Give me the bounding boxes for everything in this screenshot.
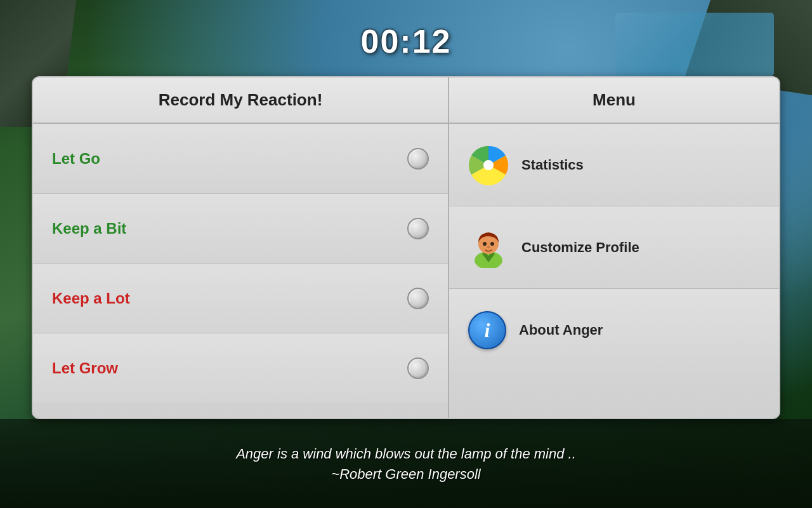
- reaction-let-grow[interactable]: Let Grow: [33, 333, 448, 403]
- info-icon: i: [468, 311, 506, 349]
- reaction-keep-a-lot[interactable]: Keep a Lot: [33, 264, 448, 333]
- menu-statistics[interactable]: Statistics: [449, 124, 779, 206]
- keep-a-lot-label: Keep a Lot: [52, 290, 130, 307]
- statistics-label: Statistics: [521, 157, 584, 173]
- right-panel-header: Menu: [449, 77, 779, 124]
- let-grow-label: Let Grow: [52, 359, 118, 377]
- svg-point-4: [483, 242, 487, 246]
- left-panel: Record My Reaction! Let Go Keep a Bit Ke…: [33, 77, 449, 418]
- customize-profile-label: Customize Profile: [521, 239, 639, 256]
- record-reaction-title: Record My Reaction!: [159, 90, 323, 109]
- let-go-radio[interactable]: [407, 148, 429, 170]
- left-panel-header: Record My Reaction!: [33, 77, 448, 124]
- water-area: [615, 13, 774, 76]
- pie-chart-icon: [468, 145, 509, 185]
- timer-display: 00:12: [361, 22, 452, 60]
- keep-a-bit-radio[interactable]: [407, 218, 429, 239]
- main-panel: Record My Reaction! Let Go Keep a Bit Ke…: [32, 76, 780, 419]
- reaction-keep-a-bit[interactable]: Keep a Bit: [33, 194, 448, 264]
- let-grow-radio[interactable]: [407, 358, 429, 379]
- keep-a-lot-radio[interactable]: [407, 288, 429, 309]
- svg-point-5: [490, 242, 494, 246]
- menu-title: Menu: [593, 90, 636, 109]
- svg-point-1: [483, 160, 494, 170]
- menu-customize-profile[interactable]: Customize Profile: [449, 206, 779, 289]
- about-anger-label: About Anger: [519, 322, 603, 338]
- quote-author: ~Robert Green Ingersoll: [331, 466, 480, 483]
- right-panel: Menu Sta: [449, 77, 779, 418]
- quote-area: Anger is a wind which blows out the lamp…: [0, 419, 812, 508]
- reaction-let-go[interactable]: Let Go: [33, 124, 448, 194]
- svg-point-6: [487, 246, 490, 248]
- let-go-label: Let Go: [52, 150, 100, 168]
- profile-icon: [468, 227, 509, 268]
- menu-about-anger[interactable]: i About Anger: [449, 289, 779, 371]
- keep-a-bit-label: Keep a Bit: [52, 220, 126, 237]
- quote-text: Anger is a wind which blows out the lamp…: [236, 444, 576, 464]
